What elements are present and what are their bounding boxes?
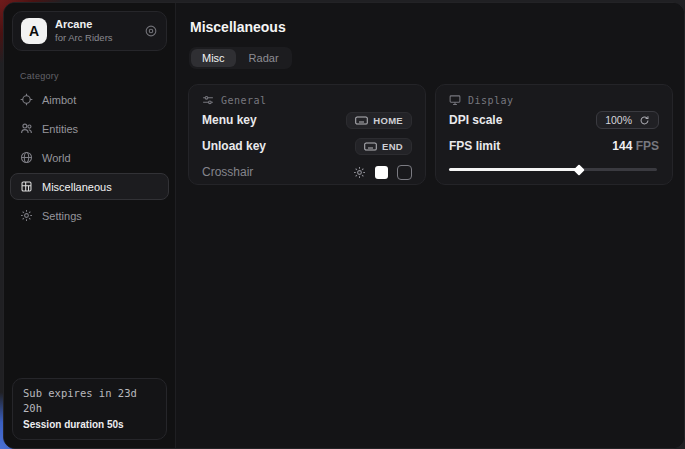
category-label: Category xyxy=(20,71,175,81)
crosshair-color-swatch[interactable] xyxy=(375,166,388,179)
fps-unit: FPS xyxy=(636,139,659,153)
brand-title: Arcane xyxy=(55,18,136,32)
grid-icon xyxy=(20,180,33,193)
menu-key-row: Menu key HOME xyxy=(202,108,412,132)
tab-bar: Misc Radar xyxy=(189,47,292,69)
sidebar-item-world[interactable]: World xyxy=(10,144,169,171)
general-card: General Menu key HOME Unload key xyxy=(188,84,426,185)
sidebar-item-label: World xyxy=(42,152,71,164)
menu-key-value: HOME xyxy=(373,115,403,126)
general-card-title: General xyxy=(221,95,267,106)
display-card: Display DPI scale 100% FPS limit xyxy=(435,84,673,185)
crosshair-label: Crosshair xyxy=(202,165,253,179)
general-card-header: General xyxy=(202,94,412,106)
fps-limit-label: FPS limit xyxy=(449,139,500,153)
page-title: Miscellaneous xyxy=(190,19,673,35)
unload-key-value: END xyxy=(382,141,403,152)
sidebar-item-label: Miscellaneous xyxy=(42,181,112,193)
brand-logo: A xyxy=(21,18,47,44)
sidebar-item-miscellaneous[interactable]: Miscellaneous xyxy=(10,173,169,200)
sidebar-item-entities[interactable]: Entities xyxy=(10,115,169,142)
monitor-icon xyxy=(449,94,461,106)
unload-key-row: Unload key END xyxy=(202,134,412,158)
main-panel: Miscellaneous Misc Radar General Menu ke… xyxy=(176,3,685,448)
sliders-icon xyxy=(202,94,214,106)
fps-slider-thumb[interactable] xyxy=(574,164,585,175)
target-icon[interactable] xyxy=(144,24,158,38)
sidebar-item-label: Settings xyxy=(42,210,82,222)
dpi-scale-control[interactable]: 100% xyxy=(596,111,659,129)
display-card-header: Display xyxy=(449,94,659,106)
dpi-scale-label: DPI scale xyxy=(449,113,502,127)
fps-slider[interactable] xyxy=(449,162,659,176)
session-duration-text: Session duration 50s xyxy=(23,417,156,432)
crosshair-controls xyxy=(353,165,412,180)
users-icon xyxy=(20,122,33,135)
sidebar-item-aimbot[interactable]: Aimbot xyxy=(10,86,169,113)
globe-icon xyxy=(20,151,33,164)
unload-key-button[interactable]: END xyxy=(355,138,412,155)
keyboard-icon xyxy=(355,116,368,125)
menu-key-button[interactable]: HOME xyxy=(346,112,412,129)
sidebar-item-label: Entities xyxy=(42,123,78,135)
dpi-scale-row: DPI scale 100% xyxy=(449,108,659,132)
crosshair-checkbox[interactable] xyxy=(397,165,412,180)
sidebar-item-settings[interactable]: Settings xyxy=(10,202,169,229)
subscription-card: Sub expires in 23d 20h Session duration … xyxy=(12,378,167,441)
crosshair-icon xyxy=(20,93,33,106)
sidebar-item-label: Aimbot xyxy=(42,94,76,106)
display-card-title: Display xyxy=(468,95,514,106)
sidebar-nav: Aimbot Entities World xyxy=(4,85,175,230)
tab-radar[interactable]: Radar xyxy=(238,49,290,67)
brand-text: Arcane for Arc Riders xyxy=(55,18,136,44)
unload-key-label: Unload key xyxy=(202,139,266,153)
menu-key-label: Menu key xyxy=(202,113,257,127)
gear-icon[interactable] xyxy=(353,166,366,179)
app-window: A Arcane for Arc Riders Category Aimbot xyxy=(3,2,685,449)
reset-icon[interactable] xyxy=(639,115,650,126)
fps-limit-value: 144 FPS xyxy=(612,139,659,153)
sub-expiry-text: Sub expires in 23d 20h xyxy=(23,386,156,418)
dpi-scale-value: 100% xyxy=(605,114,632,126)
sidebar: A Arcane for Arc Riders Category Aimbot xyxy=(4,3,176,448)
fps-slider-fill xyxy=(449,168,579,171)
gear-icon xyxy=(20,209,33,222)
crosshair-row: Crosshair xyxy=(202,160,412,184)
fps-limit-row: FPS limit 144 FPS xyxy=(449,134,659,158)
cards-row: General Menu key HOME Unload key xyxy=(188,84,673,185)
brand-card: A Arcane for Arc Riders xyxy=(12,11,167,51)
keyboard-icon xyxy=(364,142,377,151)
tab-misc[interactable]: Misc xyxy=(191,49,236,67)
brand-subtitle: for Arc Riders xyxy=(55,32,136,44)
